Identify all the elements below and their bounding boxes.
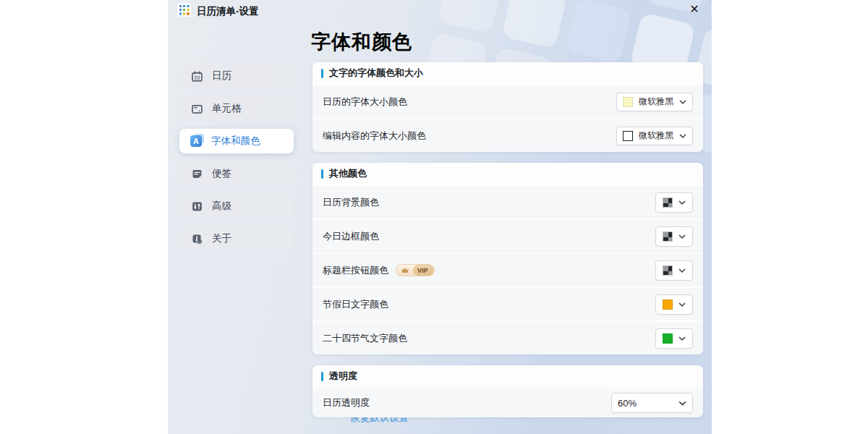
sidebar-item-advanced[interactable]: 高级 <box>179 194 294 218</box>
setting-label: 日历背景颜色 <box>323 196 379 209</box>
titlebar-button-color-dropdown[interactable] <box>655 260 693 281</box>
color-swatch <box>623 131 633 141</box>
sliders-icon <box>190 200 203 213</box>
section-accent-bar <box>321 69 323 78</box>
setting-label: 今日边框颜色 <box>323 230 379 243</box>
chevron-down-icon <box>678 234 686 239</box>
calendar-bg-color-dropdown[interactable] <box>655 192 693 213</box>
dropdown-value: 微软雅黑 <box>639 95 673 108</box>
chevron-down-icon <box>679 134 686 138</box>
color-swatch <box>623 97 633 107</box>
sidebar: 日历 单元格 A 字体和颜色 便签 <box>179 64 294 259</box>
sidebar-item-label: 关于 <box>212 232 231 245</box>
vip-badge-label: VIP <box>413 265 434 276</box>
today-border-color-dropdown[interactable] <box>655 226 693 247</box>
crown-icon <box>396 265 413 276</box>
sidebar-item-label: 高级 <box>212 200 231 213</box>
setting-label: 标题栏按钮颜色 <box>323 264 388 277</box>
cell-icon <box>190 102 203 115</box>
calendar-transparency-dropdown[interactable]: 60% <box>611 393 693 413</box>
dropdown-value: 微软雅黑 <box>639 129 673 142</box>
edit-font-dropdown[interactable]: 微软雅黑 <box>616 127 693 145</box>
sidebar-item-label: 字体和颜色 <box>211 135 260 148</box>
sidebar-item-about[interactable]: 关于 <box>179 226 294 251</box>
holiday-text-color-dropdown[interactable] <box>655 294 693 315</box>
settings-window: 日历清单-设置 ✕ 字体和颜色 日历 单元格 A 字体和颜色 <box>168 0 712 434</box>
setting-row-calendar-bg-color: 日历背景颜色 <box>312 184 703 218</box>
chevron-down-icon <box>678 401 686 406</box>
sidebar-item-label: 单元格 <box>212 102 242 115</box>
sidebar-item-notes[interactable]: 便签 <box>179 161 294 186</box>
color-swatch <box>663 333 673 344</box>
section-header: 其他颜色 <box>312 163 703 184</box>
sidebar-item-label: 便签 <box>212 167 231 180</box>
sidebar-item-label: 日历 <box>212 69 231 82</box>
setting-row-titlebar-button-color: 标题栏按钮颜色 VIP <box>312 252 703 286</box>
section-header: 透明度 <box>312 365 703 387</box>
setting-label: 日历透明度 <box>323 396 370 409</box>
note-icon <box>190 167 203 180</box>
sidebar-item-calendar[interactable]: 日历 <box>179 64 294 88</box>
screen: 日历清单-设置 ✕ 字体和颜色 日历 单元格 A 字体和颜色 <box>0 0 868 434</box>
section-transparency: 透明度 日历透明度 60% <box>312 365 703 417</box>
section-other-colors: 其他颜色 日历背景颜色 今日边框颜色 <box>312 163 703 354</box>
section-accent-bar <box>321 169 323 179</box>
window-title: 日历清单-设置 <box>197 5 259 18</box>
sidebar-item-cell[interactable]: 单元格 <box>179 96 294 121</box>
setting-label: 编辑内容的字体大小颜色 <box>323 129 426 142</box>
setting-row-holiday-text-color: 节假日文字颜色 <box>312 286 703 320</box>
setting-label: 二十四节气文字颜色 <box>323 332 407 345</box>
section-font-color-size: 文字的字体颜色和大小 日历的字体大小颜色 微软雅黑 编辑内容的字体大小颜色 <box>312 62 703 152</box>
setting-row-calendar-transparency: 日历透明度 60% <box>312 387 703 417</box>
setting-row-solar-term-text-color: 二十四节气文字颜色 <box>312 320 703 354</box>
vip-badge: VIP <box>396 264 435 276</box>
chevron-down-icon <box>678 336 686 341</box>
section-title: 其他颜色 <box>329 167 367 180</box>
settings-content: 文字的字体颜色和大小 日历的字体大小颜色 微软雅黑 编辑内容的字体大小颜色 <box>312 62 703 428</box>
setting-row-today-border-color: 今日边框颜色 <box>312 218 703 252</box>
calendar-font-dropdown[interactable]: 微软雅黑 <box>616 93 693 111</box>
page-title: 字体和颜色 <box>311 29 412 55</box>
title-bar: 日历清单-设置 ✕ <box>168 0 712 22</box>
setting-label: 节假日文字颜色 <box>323 298 388 311</box>
setting-row-calendar-font: 日历的字体大小颜色 微软雅黑 <box>312 84 703 118</box>
sidebar-item-font-color[interactable]: A 字体和颜色 <box>179 129 294 153</box>
chevron-down-icon <box>679 100 686 104</box>
font-color-icon: A <box>190 135 203 148</box>
section-title: 文字的字体颜色和大小 <box>329 67 423 80</box>
setting-row-edit-font: 编辑内容的字体大小颜色 微软雅黑 <box>312 118 703 152</box>
section-title: 透明度 <box>329 370 357 383</box>
section-accent-bar <box>321 372 323 381</box>
close-icon[interactable]: ✕ <box>686 1 702 17</box>
color-swatch <box>663 299 673 310</box>
section-header: 文字的字体颜色和大小 <box>312 62 703 84</box>
info-icon <box>190 232 203 245</box>
chevron-down-icon <box>678 302 686 307</box>
app-icon <box>177 3 191 17</box>
setting-label: 日历的字体大小颜色 <box>323 95 407 109</box>
chevron-down-icon <box>678 200 686 205</box>
calendar-icon <box>190 69 203 82</box>
transparent-color-swatch <box>663 197 673 208</box>
chevron-down-icon <box>678 268 686 273</box>
solar-term-text-color-dropdown[interactable] <box>655 328 693 349</box>
dropdown-value: 60% <box>618 398 637 409</box>
transparent-color-swatch <box>663 231 673 242</box>
transparent-color-swatch <box>663 265 673 276</box>
